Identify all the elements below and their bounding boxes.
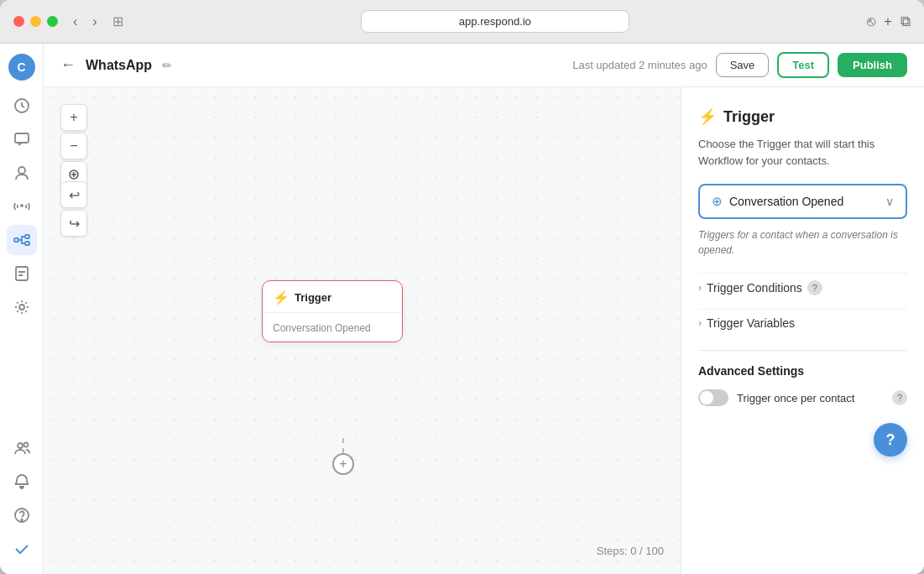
trigger-once-toggle[interactable] (698, 389, 728, 406)
traffic-light-red[interactable] (13, 16, 24, 27)
toggle-help-icon[interactable]: ? (892, 390, 907, 405)
advanced-settings-section: Advanced Settings Trigger once per conta… (698, 350, 907, 406)
new-tab-icon[interactable]: + (884, 13, 892, 30)
toggle-label: Trigger once per contact (737, 392, 884, 404)
advanced-settings-title: Advanced Settings (698, 364, 907, 378)
nav-icon-contacts[interactable] (7, 158, 37, 188)
panel-title: Trigger (723, 108, 775, 126)
redo-button[interactable]: ↪ (60, 210, 87, 237)
nav-icon-broadcast[interactable] (7, 191, 37, 222)
trigger-variables-header[interactable]: › Trigger Variables (698, 309, 907, 337)
back-button[interactable]: ← (60, 56, 76, 74)
zoom-controls: + − (60, 104, 87, 188)
svg-rect-1 (15, 133, 29, 143)
save-button[interactable]: Save (716, 53, 770, 77)
trigger-variables-section: › Trigger Variables (698, 309, 907, 337)
svg-point-2 (18, 167, 25, 174)
help-fab-space: ? (698, 406, 907, 457)
node-title: Trigger (295, 291, 331, 304)
undo-button[interactable]: ↩ (60, 181, 87, 208)
dropdown-plus-icon: ⊕ (712, 194, 723, 209)
main-content: + − ↩ ↪ ⚡ Trig (44, 87, 924, 574)
undo-redo-controls: ↩ ↪ (60, 181, 87, 237)
browser-forward-btn[interactable]: › (87, 11, 102, 33)
edit-icon[interactable]: ✏ (162, 59, 172, 72)
dropdown-label: Conversation Opened (729, 195, 843, 208)
last-updated-text: Last updated 2 minutes ago (572, 59, 707, 71)
node-subtitle: Conversation Opened (273, 322, 371, 334)
nav-icon-dashboard[interactable] (7, 91, 37, 121)
extensions-icon[interactable]: ⧉ (901, 13, 911, 30)
app-layout: C (0, 44, 924, 574)
conditions-help-icon[interactable]: ? (807, 280, 822, 295)
url-input[interactable] (361, 10, 629, 33)
top-bar: ← WhatsApp ✏ Last updated 2 minutes ago … (44, 44, 924, 87)
nav-icon-team[interactable] (7, 433, 37, 463)
test-button[interactable]: Test (777, 52, 829, 78)
share-icon[interactable]: ⎋ (867, 13, 875, 30)
svg-point-8 (18, 443, 23, 448)
nav-icon-settings[interactable] (7, 292, 37, 322)
trigger-conditions-header[interactable]: › Trigger Conditions ? (698, 273, 907, 302)
svg-rect-4 (25, 235, 29, 238)
nav-icon-reports[interactable] (7, 258, 37, 289)
right-panel: ⚡ Trigger Choose the Trigger that will s… (681, 87, 924, 574)
node-body: Conversation Opened (263, 313, 402, 342)
far-left-nav: C (0, 44, 44, 574)
add-step-button[interactable]: + (332, 453, 354, 475)
publish-button[interactable]: Publish (838, 53, 907, 77)
browser-chrome: ‹ › ⊞ ⎋ + ⧉ (0, 0, 924, 44)
nav-icon-workflow[interactable] (7, 225, 37, 255)
traffic-light-yellow[interactable] (30, 16, 41, 27)
nav-avatar[interactable]: C (8, 54, 35, 81)
steps-indicator: Steps: 0 / 100 (597, 545, 664, 557)
trigger-node[interactable]: ⚡ Trigger Conversation Opened (262, 280, 403, 342)
browser-nav-controls: ‹ › (68, 11, 102, 33)
zoom-in-button[interactable]: + (60, 104, 87, 131)
browser-back-btn[interactable]: ‹ (68, 11, 82, 33)
svg-point-11 (21, 519, 23, 521)
svg-rect-6 (16, 267, 28, 280)
trigger-dropdown[interactable]: ⊕ Conversation Opened ∨ (698, 184, 907, 219)
help-fab-button[interactable]: ? (874, 423, 907, 457)
browser-action-buttons: ⎋ + ⧉ (867, 13, 911, 30)
zoom-out-button[interactable]: − (60, 133, 87, 159)
dropdown-left: ⊕ Conversation Opened (712, 194, 843, 209)
nav-icon-chat[interactable] (7, 124, 37, 154)
toggle-row: Trigger once per contact ? (698, 389, 907, 406)
panel-description: Choose the Trigger that will start this … (698, 136, 907, 169)
trigger-conditions-label: Trigger Conditions (707, 281, 802, 295)
address-bar[interactable] (133, 10, 857, 33)
nav-bottom (7, 433, 37, 564)
nav-icon-help-bottom[interactable] (7, 500, 37, 530)
view-icon: ⊞ (112, 13, 123, 29)
chevron-right-variables-icon: › (698, 317, 702, 329)
traffic-lights (13, 16, 58, 27)
top-bar-right: Last updated 2 minutes ago Save Test Pub… (572, 52, 907, 78)
window-extras: ⊞ (112, 13, 123, 29)
trigger-conditions-section: › Trigger Conditions ? (698, 273, 907, 302)
nav-icon-checkmark[interactable] (7, 534, 37, 564)
svg-point-9 (23, 443, 28, 447)
lightning-icon: ⚡ (273, 290, 290, 305)
svg-point-7 (19, 305, 24, 310)
panel-header: ⚡ Trigger (698, 107, 907, 126)
node-connector: + (332, 438, 354, 475)
traffic-light-green[interactable] (47, 16, 58, 27)
nav-icon-notifications[interactable] (7, 467, 37, 497)
svg-rect-3 (14, 238, 18, 242)
trigger-description: Triggers for a contact when a conversati… (698, 227, 907, 258)
svg-rect-5 (25, 242, 29, 245)
trigger-variables-label: Trigger Variables (707, 316, 795, 330)
node-header: ⚡ Trigger (263, 281, 402, 313)
panel-lightning-icon: ⚡ (698, 107, 717, 126)
page-title: WhatsApp (86, 58, 152, 73)
chevron-right-icon: › (698, 282, 702, 294)
connector-line (342, 438, 344, 453)
dropdown-chevron-icon: ∨ (885, 195, 894, 208)
canvas-area[interactable]: + − ↩ ↪ ⚡ Trig (44, 87, 681, 574)
